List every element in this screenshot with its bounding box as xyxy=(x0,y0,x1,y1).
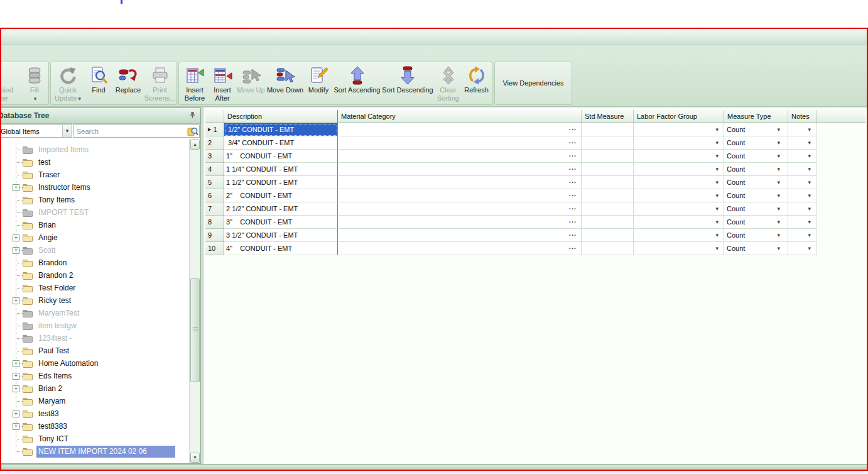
ellipsis-button[interactable]: ... xyxy=(569,229,577,237)
notes-cell[interactable]: ▾ xyxy=(788,189,817,202)
material-category-cell[interactable]: ... xyxy=(338,229,582,242)
tree-item[interactable]: Brandon 2 xyxy=(1,269,189,282)
sort-descending-button[interactable]: Sort Descending xyxy=(382,62,433,104)
dropdown-arrow-icon[interactable]: ▾ xyxy=(777,232,780,238)
dropdown-arrow-icon[interactable]: ▾ xyxy=(808,206,811,212)
dropdown-arrow-icon[interactable]: ▾ xyxy=(808,179,811,185)
measure-type-cell[interactable]: Count▾ xyxy=(724,163,788,176)
notes-cell[interactable]: ▾ xyxy=(788,123,817,136)
tree-item[interactable]: Tony ICT xyxy=(1,433,189,445)
sort-ascending-button[interactable]: Sort Ascending xyxy=(332,62,382,104)
std-measure-cell[interactable] xyxy=(582,123,634,136)
expand-icon[interactable]: + xyxy=(13,297,19,304)
insert-before-button[interactable]: Insert Before xyxy=(180,62,209,104)
dropdown-arrow-icon[interactable]: ▾ xyxy=(808,140,811,146)
std-measure-cell[interactable] xyxy=(582,136,634,150)
dropdown-arrow-icon[interactable]: ▾ xyxy=(777,219,780,225)
dropdown-arrow-icon[interactable]: ▾ xyxy=(777,206,780,212)
dropdown-arrow-icon[interactable]: ▾ xyxy=(715,245,719,251)
ellipsis-button[interactable]: ... xyxy=(569,124,577,131)
description-cell[interactable]: 3/4" CONDUIT - EMT xyxy=(224,136,338,150)
modify-button[interactable]: Modify xyxy=(305,62,332,104)
grid-row[interactable]: 31" CONDUIT - EMT...▾Count▾▾ xyxy=(205,150,817,163)
dropdown-arrow-icon[interactable]: ▾ xyxy=(715,179,719,185)
pin-icon[interactable] xyxy=(189,110,196,121)
search-button[interactable] xyxy=(186,125,199,137)
dropdown-arrow-icon[interactable]: ▾ xyxy=(777,126,780,133)
column-header-material-category[interactable]: Material Category xyxy=(338,110,582,123)
ellipsis-button[interactable]: ... xyxy=(569,137,577,145)
clear-sorting-button[interactable]: Clear Sorting xyxy=(433,62,463,104)
find-button[interactable]: Find xyxy=(84,62,113,104)
dropdown-arrow-icon[interactable]: ▾ xyxy=(808,245,811,251)
print-screens-button[interactable]: Print Screens... xyxy=(143,62,176,104)
description-cell[interactable]: 1/2" CONDUIT - EMT xyxy=(224,123,338,136)
column-header-std-measure[interactable]: Std Measure xyxy=(582,110,634,123)
std-measure-cell[interactable] xyxy=(582,189,634,202)
std-measure-cell[interactable] xyxy=(582,229,634,242)
ellipsis-button[interactable]: ... xyxy=(569,203,577,211)
dropdown-arrow-icon[interactable]: ▾ xyxy=(808,126,811,133)
expand-icon[interactable]: + xyxy=(13,423,19,430)
material-category-cell[interactable]: ... xyxy=(338,176,582,189)
dropdown-arrow-icon[interactable]: ▾ xyxy=(777,166,780,172)
combo-dropdown-button[interactable]: ▼ xyxy=(62,125,72,137)
description-cell[interactable]: 2" CONDUIT - EMT xyxy=(224,189,338,202)
scroll-thumb[interactable] xyxy=(190,278,200,382)
material-category-cell[interactable]: ... xyxy=(338,216,582,229)
tree-item[interactable]: Brandon xyxy=(1,256,189,269)
tree-item[interactable]: MaryamTest xyxy=(1,307,189,319)
column-header-measure-type[interactable]: Measure Type xyxy=(724,110,788,123)
expand-icon[interactable]: + xyxy=(13,373,19,380)
tree-item[interactable]: Brian xyxy=(1,219,189,231)
expand-icon[interactable]: + xyxy=(13,184,19,191)
expand-icon[interactable]: + xyxy=(13,385,19,392)
replace-button[interactable]: Replace xyxy=(113,62,143,104)
notes-cell[interactable]: ▾ xyxy=(788,202,817,216)
labor-factor-group-cell[interactable]: ▾ xyxy=(634,242,724,255)
description-cell[interactable]: 1" CONDUIT - EMT xyxy=(224,150,338,163)
dropdown-arrow-icon[interactable]: ▾ xyxy=(715,166,719,172)
labor-factor-group-cell[interactable]: ▾ xyxy=(634,202,724,216)
material-category-cell[interactable]: ... xyxy=(338,150,582,163)
labor-factor-group-cell[interactable]: ▾ xyxy=(634,123,724,136)
labor-factor-group-cell[interactable]: ▾ xyxy=(634,136,724,150)
grid-row[interactable]: 41 1/4" CONDUIT - EMT...▾Count▾▾ xyxy=(205,163,817,176)
measure-type-cell[interactable]: Count▾ xyxy=(724,150,788,163)
measure-type-cell[interactable]: Count▾ xyxy=(724,229,788,242)
measure-type-cell[interactable]: Count▾ xyxy=(724,189,788,202)
scroll-down-button[interactable]: ▼ xyxy=(190,453,200,463)
dropdown-arrow-icon[interactable]: ▾ xyxy=(808,166,811,172)
dropdown-arrow-icon[interactable]: ▾ xyxy=(808,232,811,238)
ellipsis-button[interactable]: ... xyxy=(569,216,577,224)
tree-item[interactable]: Test Folder xyxy=(1,282,189,294)
dropdown-arrow-icon[interactable]: ▾ xyxy=(777,179,780,185)
tree-item[interactable]: +Eds Items xyxy=(1,370,189,382)
grid-row[interactable]: 83" CONDUIT - EMT...▾Count▾▾ xyxy=(205,216,817,229)
description-cell[interactable]: 1 1/2" CONDUIT - EMT xyxy=(224,176,338,189)
ellipsis-button[interactable]: ... xyxy=(569,177,577,184)
labor-factor-group-cell[interactable]: ▾ xyxy=(634,216,724,229)
insert-after-button[interactable]: Insert After xyxy=(209,62,236,104)
measure-type-cell[interactable]: Count▾ xyxy=(724,176,788,189)
tree-item[interactable]: test xyxy=(1,156,189,168)
std-measure-cell[interactable] xyxy=(582,176,634,189)
measure-type-cell[interactable]: Count▾ xyxy=(724,123,788,136)
quick-update-button[interactable]: Quick Update▾ xyxy=(52,62,84,104)
material-category-cell[interactable]: ... xyxy=(338,189,582,202)
tree-item[interactable]: +Ricky test xyxy=(1,294,189,307)
dropdown-arrow-icon[interactable]: ▾ xyxy=(808,192,811,199)
material-category-cell[interactable]: ... xyxy=(338,123,582,136)
tree-item[interactable]: +Scott xyxy=(1,244,189,256)
tree-item[interactable]: IMPORT TEST xyxy=(1,206,189,219)
notes-cell[interactable]: ▾ xyxy=(788,176,817,189)
expand-icon[interactable]: + xyxy=(13,247,19,254)
move-up-button[interactable]: Move Up xyxy=(236,62,266,104)
description-cell[interactable]: 1 1/4" CONDUIT - EMT xyxy=(224,163,338,176)
tree-item[interactable]: NEW ITEM IMPORT 2024 02 06 xyxy=(1,445,189,458)
tree-item[interactable]: Traser xyxy=(1,168,189,181)
notes-cell[interactable]: ▾ xyxy=(788,216,817,229)
dropdown-arrow-icon[interactable]: ▾ xyxy=(808,219,811,225)
tree-item[interactable]: Maryam xyxy=(1,395,189,407)
dropdown-arrow-icon[interactable]: ▾ xyxy=(715,206,719,212)
